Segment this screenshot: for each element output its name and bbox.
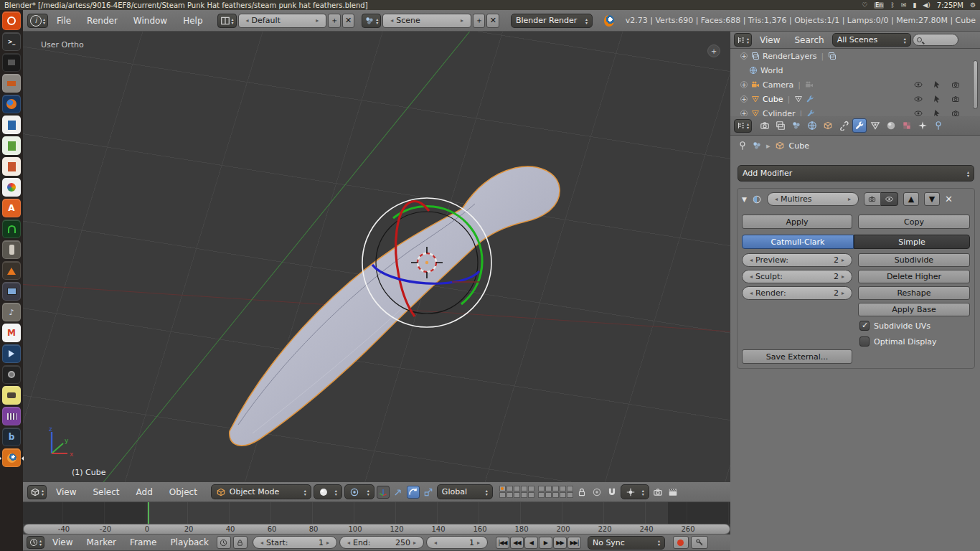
catmull-clark-toggle[interactable]: Catmull-Clark [742, 235, 854, 249]
sculpt-level-field[interactable]: Sculpt:2 [742, 270, 852, 283]
pivot-point-select[interactable] [344, 484, 374, 499]
modifier-view-toggle-icon[interactable] [881, 192, 898, 206]
outliner-row-renderlayers[interactable]: + RenderLayers| [730, 49, 980, 63]
launcher-firefox-icon[interactable] [2, 95, 21, 113]
preview-level-field[interactable]: Preview:2 [742, 253, 852, 267]
bluetooth-icon[interactable]: ᛒ [890, 1, 894, 9]
tl-menu-playback[interactable]: Playback [164, 537, 215, 547]
expand-icon[interactable]: + [740, 110, 748, 116]
play-reverse-button[interactable]: ◀ [524, 537, 538, 549]
snap-magnet-icon[interactable] [606, 486, 618, 499]
panel-collapse-icon[interactable]: ▼ [742, 196, 747, 203]
tab-render-layers-icon[interactable] [773, 118, 788, 133]
tab-texture-icon[interactable] [900, 118, 914, 133]
copy-button[interactable]: Copy [858, 215, 970, 229]
next-keyframe-button[interactable]: ▶▶ [553, 537, 567, 549]
outliner-row-cylinder[interactable]: + Cylinder| [730, 106, 980, 116]
viewport-editor-type-selector[interactable] [27, 485, 47, 499]
launcher-libreoffice-calc-icon[interactable] [2, 136, 21, 155]
end-frame-field[interactable]: End:250 [339, 536, 424, 549]
modifier-delete-icon[interactable]: ✕ [945, 194, 953, 204]
launcher-video-app-icon[interactable] [2, 282, 21, 301]
screen-layout-browse[interactable] [217, 14, 237, 28]
restrict-select-cursor-icon[interactable] [933, 109, 941, 116]
launcher-archive-manager-icon[interactable] [2, 74, 21, 93]
launcher-photo-app-icon[interactable] [2, 386, 21, 405]
vp-menu-view[interactable]: View [49, 487, 83, 497]
prev-keyframe-button[interactable]: ◀◀ [510, 537, 524, 549]
screen-layout-add-button[interactable]: ＋ [328, 14, 341, 28]
tab-render-camera-icon[interactable] [758, 118, 772, 133]
outliner-row-cube[interactable]: + Cube| [730, 92, 980, 106]
outliner-menu-view[interactable]: View [753, 35, 786, 45]
vp-menu-object[interactable]: Object [162, 487, 204, 497]
render-opengl-icon[interactable] [651, 486, 664, 499]
launcher-vlc-icon[interactable] [2, 261, 21, 280]
tl-menu-view[interactable]: View [47, 537, 78, 547]
scene-add-button[interactable]: ＋ [473, 14, 486, 28]
outliner-row-camera[interactable]: + Camera| [730, 77, 980, 92]
hide-eye-icon[interactable] [914, 109, 923, 116]
outliner-row-world[interactable]: World [730, 63, 980, 77]
modifier-move-up-button[interactable]: ▲ [903, 192, 919, 206]
modifier-name-field[interactable]: Multires [767, 192, 859, 206]
add-modifier-dropdown[interactable]: Add Modifier [738, 165, 974, 182]
menu-help[interactable]: Help [176, 16, 209, 26]
launcher-browser-b-icon[interactable]: b [2, 428, 21, 446]
expand-icon[interactable]: + [740, 81, 748, 88]
snap-element-select[interactable] [621, 484, 649, 499]
simple-toggle[interactable]: Simple [854, 235, 970, 249]
restrict-select-cursor-icon[interactable] [933, 95, 941, 103]
properties-editor-type-selector[interactable] [734, 119, 752, 133]
modifier-move-down-button[interactable]: ▼ [924, 192, 940, 206]
subdivide-button[interactable]: Subdivide [858, 253, 970, 267]
pin-icon[interactable] [738, 141, 748, 151]
current-frame-field[interactable]: 1 [426, 536, 488, 549]
layers-widget[interactable] [499, 486, 573, 498]
viewport-properties-expand-icon[interactable]: ＋ [707, 44, 720, 57]
launcher-usb-creator-icon[interactable] [2, 240, 21, 259]
apply-base-button[interactable]: Apply Base [858, 303, 970, 316]
restrict-select-cursor-icon[interactable] [933, 80, 941, 89]
screen-layout-field[interactable]: Default [238, 14, 327, 28]
scale-manipulator-icon[interactable] [422, 486, 435, 499]
scene-delete-button[interactable]: ✕ [486, 14, 499, 28]
manipulator-toggle[interactable] [377, 486, 390, 499]
optimal-display-checkbox[interactable]: Optimal Display [859, 336, 937, 347]
save-external-button[interactable]: Save External... [742, 349, 852, 364]
launcher-video-editor-icon[interactable] [2, 407, 21, 425]
launcher-libreoffice-writer-icon[interactable] [2, 116, 21, 134]
lock-to-scene-icon[interactable] [575, 486, 588, 499]
reshape-button[interactable]: Reshape [858, 286, 970, 300]
launcher-app-a-icon[interactable]: A [2, 199, 21, 217]
restrict-render-camera-icon[interactable] [951, 80, 960, 89]
lock-frame-range-icon[interactable] [233, 536, 248, 549]
vp-menu-add[interactable]: Add [129, 487, 160, 497]
tab-scene-icon[interactable] [789, 118, 804, 133]
editor-type-selector[interactable]: i [27, 14, 48, 28]
tab-constraints-icon[interactable] [837, 118, 851, 133]
subdivide-uvs-checkbox[interactable]: Subdivide UVs [859, 321, 930, 331]
object-browse-icon[interactable] [752, 141, 762, 151]
menu-file[interactable]: File [50, 16, 78, 26]
hide-eye-icon[interactable] [914, 80, 923, 89]
launcher-terminal-icon[interactable]: >_ [2, 32, 21, 51]
expand-icon[interactable]: + [740, 52, 748, 60]
clock[interactable]: 7:25PM [937, 1, 963, 9]
timeline-editor-type-selector[interactable] [27, 536, 44, 549]
volume-icon[interactable]: ◀) [923, 1, 930, 9]
outliner-search-input[interactable] [913, 34, 958, 46]
modifier-render-toggle-icon[interactable] [864, 192, 881, 206]
vp-menu-select[interactable]: Select [86, 487, 127, 497]
outliner-menu-search[interactable]: Search [788, 35, 831, 45]
tab-object-data-icon[interactable] [868, 118, 882, 133]
rotate-manipulator-icon[interactable] [407, 486, 420, 499]
launcher-files-icon[interactable] [2, 53, 21, 72]
tab-world-icon[interactable] [805, 118, 819, 133]
expand-icon[interactable]: + [740, 95, 748, 103]
timeline-ruler-scrollbar[interactable]: -40 -20 0 20 40 60 80 100 120 140 160 18… [23, 524, 730, 534]
mail-icon[interactable]: ✉ [901, 1, 907, 9]
jump-to-end-button[interactable]: ▶▶| [567, 537, 581, 549]
start-frame-field[interactable]: Start:1 [253, 536, 337, 549]
launcher-music-player-icon[interactable]: ♪ [2, 303, 21, 321]
